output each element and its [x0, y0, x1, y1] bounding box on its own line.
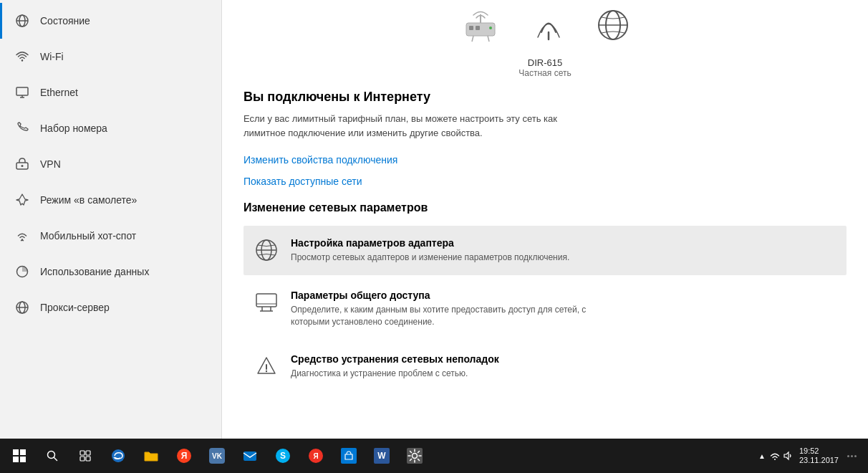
task-view-button[interactable]: [69, 439, 102, 473]
svg-line-36: [54, 458, 57, 461]
card-sharing-text: Параметры общего доступа Определите, к к…: [291, 290, 836, 328]
dial-icon: [14, 120, 30, 136]
link-available-networks[interactable]: Показать доступные сети: [243, 176, 847, 187]
windows-logo-icon: [13, 449, 26, 462]
folder-icon: [143, 448, 159, 464]
sidebar-item-hotspot[interactable]: Мобильный хот-спот: [0, 218, 221, 254]
svg-rect-38: [86, 451, 90, 455]
monitor-icon: [14, 85, 30, 100]
taskbar: Я VK S Я: [0, 439, 868, 473]
sidebar-item-vpn[interactable]: VPN: [0, 146, 221, 182]
svg-text:W: W: [377, 451, 386, 461]
signal-icon: [531, 7, 566, 43]
router-icon: [459, 7, 502, 43]
card-troubleshoot-desc: Диагностика и устранение проблем с сетью…: [291, 368, 599, 380]
world-icon: [595, 7, 631, 43]
adapter-icon: [254, 237, 279, 263]
sidebar: Состояние Wi-Fi: [0, 0, 222, 439]
explorer-app[interactable]: [135, 439, 168, 473]
store-app[interactable]: [332, 439, 365, 473]
yandex-app[interactable]: Я: [168, 439, 201, 473]
taskview-icon: [79, 450, 91, 462]
card-adapter-desc: Просмотр сетевых адаптеров и изменение п…: [291, 252, 599, 264]
svg-point-34: [266, 371, 267, 372]
tray-clock[interactable]: 19:52 23.11.2017: [795, 446, 843, 465]
sidebar-label-wifi: Wi-Fi: [40, 51, 64, 62]
link-change-properties[interactable]: Изменить свойства подключения: [243, 154, 847, 166]
airplane-icon: [14, 192, 30, 208]
card-sharing-desc: Определите, к каким данным вы хотите пре…: [291, 304, 599, 328]
svg-text:VK: VK: [212, 452, 223, 460]
signal-icon-item: [531, 7, 566, 43]
card-sharing[interactable]: Параметры общего доступа Определите, к к…: [243, 278, 847, 340]
tray-chevron[interactable]: ▲: [756, 450, 768, 462]
content-area: DIR-615 Частная сеть Вы подключены к Инт…: [222, 0, 868, 439]
globe-icon: [14, 13, 30, 29]
sidebar-label-dial: Набор номера: [40, 123, 107, 134]
sidebar-label-status: Состояние: [40, 15, 90, 27]
connection-title: Вы подключены к Интернету: [243, 90, 847, 105]
settings-app[interactable]: [398, 439, 431, 473]
router-icon-item: [459, 7, 502, 43]
yabrowser-app[interactable]: Я: [299, 439, 332, 473]
svg-rect-40: [86, 457, 90, 461]
sidebar-label-vpn: VPN: [40, 158, 61, 170]
card-troubleshoot[interactable]: Средство устранения сетевых неполадок Ди…: [243, 342, 847, 391]
settings-icon: [407, 448, 423, 464]
svg-rect-28: [256, 294, 276, 307]
search-button[interactable]: [36, 439, 69, 473]
globe-icon-item: [595, 7, 631, 43]
svg-point-3: [21, 59, 23, 61]
vpn-icon: [14, 156, 30, 172]
datausage-icon: [14, 264, 30, 280]
connection-desc: Если у вас лимитный тарифный план, вы мо…: [243, 112, 573, 140]
card-adapter[interactable]: Настройка параметров адаптера Просмотр с…: [243, 226, 847, 275]
svg-rect-4: [16, 87, 28, 95]
sidebar-item-ethernet[interactable]: Ethernet: [0, 75, 221, 110]
svg-point-56: [774, 459, 776, 460]
sidebar-item-dial[interactable]: Набор номера: [0, 110, 221, 146]
mail-app[interactable]: [233, 439, 266, 473]
network-name: DIR-615: [243, 57, 847, 68]
svg-rect-15: [469, 26, 473, 30]
card-adapter-text: Настройка параметров адаптера Просмотр с…: [291, 237, 836, 264]
sidebar-label-ethernet: Ethernet: [40, 87, 78, 98]
word-app[interactable]: W: [365, 439, 398, 473]
card-sharing-title: Параметры общего доступа: [291, 290, 836, 301]
sidebar-item-proxy[interactable]: Прокси-сервер: [0, 290, 221, 325]
sidebar-label-datausage: Использование данных: [40, 266, 149, 277]
vk-icon: VK: [209, 448, 225, 464]
skype-icon: S: [275, 448, 291, 464]
sidebar-item-airplane[interactable]: Режим «в самолете»: [0, 182, 221, 218]
windows-start-button[interactable]: [3, 439, 36, 473]
tray-volume[interactable]: [782, 450, 794, 462]
sidebar-item-wifi[interactable]: Wi-Fi: [0, 39, 221, 75]
yandex-icon: Я: [176, 448, 192, 464]
svg-point-8: [21, 165, 24, 167]
svg-text:Я: Я: [313, 452, 318, 460]
sidebar-label-proxy: Прокси-сервер: [40, 302, 110, 313]
svg-text:Я: Я: [181, 451, 188, 461]
svg-text:S: S: [280, 451, 286, 461]
mail-icon: [242, 448, 258, 464]
svg-point-17: [489, 27, 492, 29]
skype-app[interactable]: S: [266, 439, 299, 473]
word-icon: W: [374, 448, 390, 464]
sidebar-item-datausage[interactable]: Использование данных: [0, 254, 221, 290]
sidebar-label-airplane: Режим «в самолете»: [40, 194, 137, 206]
sidebar-label-hotspot: Мобильный хот-спот: [40, 230, 136, 242]
vk-app[interactable]: VK: [201, 439, 233, 473]
store-icon: [341, 448, 357, 464]
tray-network[interactable]: [769, 450, 781, 462]
svg-rect-37: [80, 451, 85, 455]
yabrowser-icon: Я: [308, 448, 324, 464]
wifi-icon: [14, 49, 30, 64]
sharing-icon: [254, 290, 279, 315]
card-troubleshoot-text: Средство устранения сетевых неполадок Ди…: [291, 353, 836, 380]
network-type: Частная сеть: [243, 68, 847, 78]
section-title: Изменение сетевых параметров: [243, 201, 847, 214]
edge-app[interactable]: [102, 439, 135, 473]
network-icons: [243, 0, 847, 57]
sidebar-item-status[interactable]: Состояние: [0, 3, 221, 39]
search-icon: [47, 450, 58, 462]
